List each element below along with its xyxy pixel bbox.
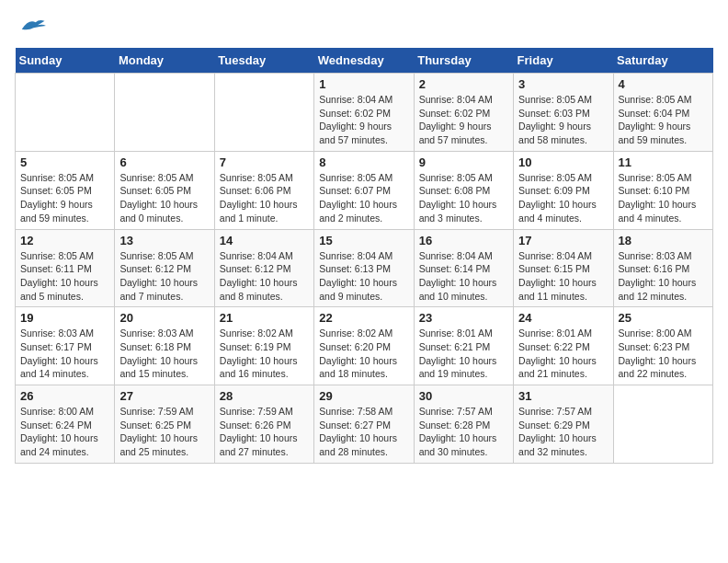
day-info: Sunrise: 7:57 AM Sunset: 6:29 PM Dayligh…: [518, 405, 608, 459]
calendar-cell: [115, 74, 214, 152]
day-info: Sunrise: 8:04 AM Sunset: 6:02 PM Dayligh…: [319, 93, 408, 147]
day-info: Sunrise: 8:05 AM Sunset: 6:05 PM Dayligh…: [119, 171, 209, 225]
calendar-cell: 28Sunrise: 7:59 AM Sunset: 6:26 PM Dayli…: [214, 385, 313, 464]
day-info: Sunrise: 8:05 AM Sunset: 6:03 PM Dayligh…: [518, 93, 608, 147]
day-number: 31: [518, 389, 608, 403]
day-number: 4: [619, 77, 708, 91]
day-info: Sunrise: 8:02 AM Sunset: 6:19 PM Dayligh…: [220, 327, 309, 381]
day-info: Sunrise: 8:04 AM Sunset: 6:13 PM Dayligh…: [319, 249, 408, 304]
calendar-week-row: 1Sunrise: 8:04 AM Sunset: 6:02 PM Daylig…: [16, 74, 713, 152]
logo-bird-icon: [18, 15, 46, 37]
day-number: 3: [518, 77, 608, 91]
weekday-header-monday: Monday: [115, 48, 214, 74]
weekday-header-thursday: Thursday: [414, 48, 513, 74]
weekday-header-saturday: Saturday: [613, 48, 712, 74]
day-number: 29: [319, 389, 408, 403]
day-info: Sunrise: 8:05 AM Sunset: 6:04 PM Dayligh…: [619, 93, 708, 147]
day-info: Sunrise: 7:59 AM Sunset: 6:25 PM Dayligh…: [119, 405, 209, 459]
calendar-cell: 9Sunrise: 8:05 AM Sunset: 6:08 PM Daylig…: [414, 151, 513, 229]
calendar-cell: 2Sunrise: 8:04 AM Sunset: 6:02 PM Daylig…: [414, 74, 513, 152]
day-number: 20: [119, 311, 209, 325]
day-number: 11: [619, 155, 708, 169]
day-info: Sunrise: 8:05 AM Sunset: 6:07 PM Dayligh…: [319, 171, 408, 225]
calendar-cell: [16, 74, 115, 152]
day-number: 13: [119, 234, 209, 247]
calendar-cell: 1Sunrise: 8:04 AM Sunset: 6:02 PM Daylig…: [314, 74, 414, 152]
calendar-cell: [214, 74, 313, 152]
calendar-cell: 19Sunrise: 8:03 AM Sunset: 6:17 PM Dayli…: [16, 307, 115, 385]
calendar-cell: 5Sunrise: 8:05 AM Sunset: 6:05 PM Daylig…: [16, 151, 115, 229]
day-number: 6: [119, 155, 209, 169]
calendar-cell: 31Sunrise: 7:57 AM Sunset: 6:29 PM Dayli…: [514, 385, 613, 464]
calendar-cell: 26Sunrise: 8:00 AM Sunset: 6:24 PM Dayli…: [16, 385, 115, 464]
day-info: Sunrise: 8:05 AM Sunset: 6:08 PM Dayligh…: [419, 171, 508, 225]
day-number: 24: [518, 311, 608, 325]
calendar-cell: 7Sunrise: 8:05 AM Sunset: 6:06 PM Daylig…: [214, 151, 313, 229]
day-number: 22: [319, 311, 408, 325]
day-info: Sunrise: 7:59 AM Sunset: 6:26 PM Dayligh…: [220, 405, 309, 459]
day-number: 25: [619, 311, 708, 325]
day-info: Sunrise: 7:58 AM Sunset: 6:27 PM Dayligh…: [319, 405, 408, 459]
logo: [15, 15, 46, 37]
calendar-cell: 21Sunrise: 8:02 AM Sunset: 6:19 PM Dayli…: [214, 307, 313, 385]
calendar-cell: 17Sunrise: 8:04 AM Sunset: 6:15 PM Dayli…: [514, 229, 613, 307]
day-number: 21: [220, 311, 309, 325]
calendar-cell: 15Sunrise: 8:04 AM Sunset: 6:13 PM Dayli…: [314, 229, 414, 307]
calendar-cell: 20Sunrise: 8:03 AM Sunset: 6:18 PM Dayli…: [115, 307, 214, 385]
day-info: Sunrise: 8:05 AM Sunset: 6:09 PM Dayligh…: [518, 171, 608, 225]
weekday-header-sunday: Sunday: [16, 48, 115, 74]
calendar-cell: 13Sunrise: 8:05 AM Sunset: 6:12 PM Dayli…: [115, 229, 214, 307]
day-number: 28: [220, 389, 309, 403]
day-info: Sunrise: 8:03 AM Sunset: 6:16 PM Dayligh…: [619, 249, 708, 304]
page-header: [15, 15, 713, 37]
day-info: Sunrise: 8:01 AM Sunset: 6:22 PM Dayligh…: [518, 327, 608, 381]
calendar-cell: [613, 385, 712, 464]
calendar-cell: 14Sunrise: 8:04 AM Sunset: 6:12 PM Dayli…: [214, 229, 313, 307]
day-info: Sunrise: 8:01 AM Sunset: 6:21 PM Dayligh…: [419, 327, 508, 381]
day-number: 5: [20, 155, 109, 169]
day-number: 1: [319, 77, 408, 91]
day-number: 8: [319, 155, 408, 169]
day-number: 10: [518, 155, 608, 169]
day-info: Sunrise: 8:05 AM Sunset: 6:12 PM Dayligh…: [119, 249, 209, 304]
calendar-table: SundayMondayTuesdayWednesdayThursdayFrid…: [15, 48, 713, 464]
day-number: 15: [319, 234, 408, 247]
calendar-cell: 25Sunrise: 8:00 AM Sunset: 6:23 PM Dayli…: [613, 307, 712, 385]
calendar-cell: 12Sunrise: 8:05 AM Sunset: 6:11 PM Dayli…: [16, 229, 115, 307]
calendar-cell: 24Sunrise: 8:01 AM Sunset: 6:22 PM Dayli…: [514, 307, 613, 385]
calendar-cell: 6Sunrise: 8:05 AM Sunset: 6:05 PM Daylig…: [115, 151, 214, 229]
day-number: 9: [419, 155, 508, 169]
day-number: 18: [619, 234, 708, 247]
day-number: 7: [220, 155, 309, 169]
calendar-cell: 11Sunrise: 8:05 AM Sunset: 6:10 PM Dayli…: [613, 151, 712, 229]
calendar-cell: 16Sunrise: 8:04 AM Sunset: 6:14 PM Dayli…: [414, 229, 513, 307]
day-number: 23: [419, 311, 508, 325]
day-info: Sunrise: 8:05 AM Sunset: 6:11 PM Dayligh…: [20, 249, 109, 304]
weekday-header-tuesday: Tuesday: [214, 48, 313, 74]
calendar-week-row: 5Sunrise: 8:05 AM Sunset: 6:05 PM Daylig…: [16, 151, 713, 229]
calendar-cell: 27Sunrise: 7:59 AM Sunset: 6:25 PM Dayli…: [115, 385, 214, 464]
calendar-cell: 3Sunrise: 8:05 AM Sunset: 6:03 PM Daylig…: [514, 74, 613, 152]
calendar-cell: 18Sunrise: 8:03 AM Sunset: 6:16 PM Dayli…: [613, 229, 712, 307]
day-number: 12: [20, 234, 109, 247]
calendar-week-row: 19Sunrise: 8:03 AM Sunset: 6:17 PM Dayli…: [16, 307, 713, 385]
calendar-week-row: 26Sunrise: 8:00 AM Sunset: 6:24 PM Dayli…: [16, 385, 713, 464]
weekday-header-wednesday: Wednesday: [314, 48, 414, 74]
weekday-header-friday: Friday: [514, 48, 613, 74]
calendar-week-row: 12Sunrise: 8:05 AM Sunset: 6:11 PM Dayli…: [16, 229, 713, 307]
day-info: Sunrise: 8:04 AM Sunset: 6:14 PM Dayligh…: [419, 249, 508, 304]
day-info: Sunrise: 8:05 AM Sunset: 6:05 PM Dayligh…: [20, 171, 109, 225]
day-info: Sunrise: 8:05 AM Sunset: 6:06 PM Dayligh…: [220, 171, 309, 225]
day-info: Sunrise: 8:04 AM Sunset: 6:12 PM Dayligh…: [220, 249, 309, 304]
day-info: Sunrise: 7:57 AM Sunset: 6:28 PM Dayligh…: [419, 405, 508, 459]
day-info: Sunrise: 8:03 AM Sunset: 6:17 PM Dayligh…: [20, 327, 109, 381]
calendar-cell: 29Sunrise: 7:58 AM Sunset: 6:27 PM Dayli…: [314, 385, 414, 464]
day-info: Sunrise: 8:02 AM Sunset: 6:20 PM Dayligh…: [319, 327, 408, 381]
calendar-cell: 23Sunrise: 8:01 AM Sunset: 6:21 PM Dayli…: [414, 307, 513, 385]
day-number: 30: [419, 389, 508, 403]
calendar-cell: 8Sunrise: 8:05 AM Sunset: 6:07 PM Daylig…: [314, 151, 414, 229]
day-number: 16: [419, 234, 508, 247]
day-info: Sunrise: 8:04 AM Sunset: 6:15 PM Dayligh…: [518, 249, 608, 304]
day-info: Sunrise: 8:05 AM Sunset: 6:10 PM Dayligh…: [619, 171, 708, 225]
day-number: 17: [518, 234, 608, 247]
